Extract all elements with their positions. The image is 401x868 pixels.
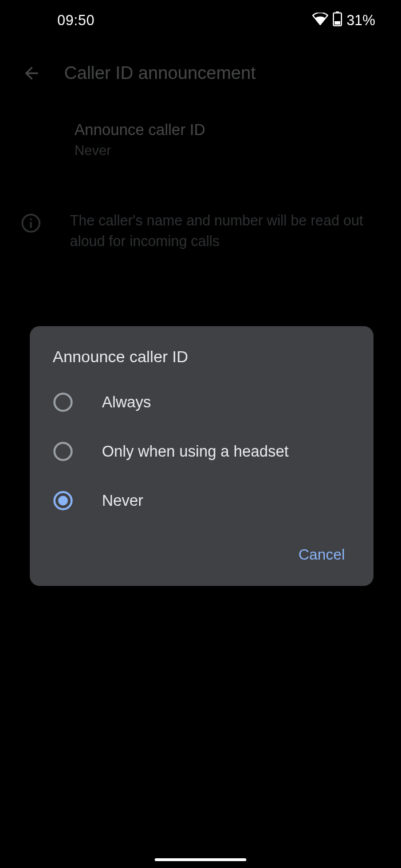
home-indicator[interactable] (155, 858, 246, 861)
radio-option-headset[interactable]: Only when using a headset (30, 427, 374, 476)
radio-unchecked-icon (53, 441, 73, 462)
info-icon (21, 213, 41, 236)
battery-percent: 31% (347, 12, 375, 29)
svg-point-9 (58, 496, 68, 506)
battery-icon (333, 11, 342, 29)
setting-value: Never (74, 142, 384, 158)
wifi-icon (312, 13, 328, 27)
setting-announce-caller-id[interactable]: Announce caller ID Never (0, 101, 401, 170)
radio-option-never[interactable]: Never (30, 476, 374, 525)
background-content: Caller ID announcement Announce caller I… (0, 40, 401, 263)
app-bar: Caller ID announcement (0, 40, 401, 101)
radio-label: Always (102, 394, 151, 411)
dialog-title: Announce caller ID (30, 348, 374, 378)
radio-unchecked-icon (53, 392, 73, 413)
svg-rect-4 (30, 222, 32, 228)
radio-checked-icon (53, 490, 73, 511)
svg-point-6 (54, 394, 72, 411)
back-arrow-icon[interactable] (22, 64, 41, 83)
svg-rect-5 (30, 219, 32, 220)
dialog-announce-caller-id: Announce caller ID Always Only when usin… (30, 326, 374, 586)
radio-option-always[interactable]: Always (30, 378, 374, 427)
radio-label: Never (102, 492, 143, 510)
info-text: The caller's name and number will be rea… (70, 210, 378, 252)
svg-rect-2 (335, 21, 340, 25)
svg-point-7 (54, 443, 72, 460)
page-title: Caller ID announcement (64, 63, 255, 84)
dialog-actions: Cancel (30, 525, 374, 570)
radio-label: Only when using a headset (102, 443, 289, 461)
status-time: 09:50 (57, 12, 95, 29)
cancel-button[interactable]: Cancel (293, 542, 351, 567)
status-indicators: 31% (312, 11, 375, 29)
info-row: The caller's name and number will be rea… (0, 170, 401, 263)
status-bar: 09:50 31% (0, 0, 401, 40)
setting-title: Announce caller ID (74, 121, 384, 139)
